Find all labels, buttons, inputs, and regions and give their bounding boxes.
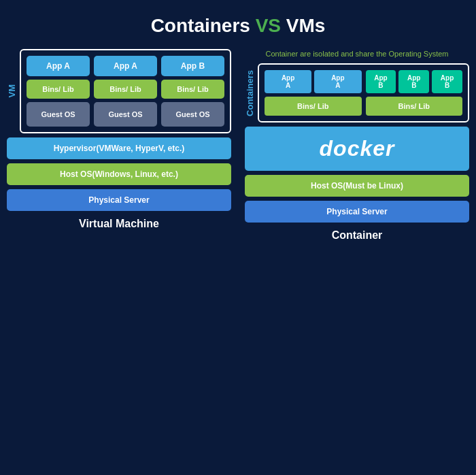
container-group-1: AppA AppA Bins/ Lib xyxy=(265,70,362,116)
vm-column-2: App A Bins/ Lib Guest OS xyxy=(94,56,157,127)
page-title: Containers VS VMs xyxy=(151,15,326,37)
vm-column-1: App A Bins/ Lib Guest OS xyxy=(27,56,90,127)
app-a-2: App A xyxy=(94,56,157,76)
container-bracket-area: Containers AppA AppA Bins/ Lib AppB AppB… xyxy=(245,63,469,122)
container-label: Containers xyxy=(245,70,255,116)
vm-bracket-area: VM App A Bins/ Lib Guest OS App A Bins/ … xyxy=(7,49,231,133)
physical-bar-vm: Physical Server xyxy=(7,189,231,211)
container-app-a-2: AppA xyxy=(314,70,361,93)
container-app-b-3: AppB xyxy=(432,70,462,93)
docker-bar: docker xyxy=(245,127,469,171)
guestos-1: Guest OS xyxy=(27,102,90,127)
container-group-2: AppB AppB AppB Bins/ Lib xyxy=(366,70,463,116)
bins-2: Bins/ Lib xyxy=(94,80,157,99)
container-app-b-1: AppB xyxy=(366,70,396,93)
apps-row-2: AppB AppB AppB xyxy=(366,70,463,93)
bins-1: Bins/ Lib xyxy=(27,80,90,99)
vm-label: VM xyxy=(7,84,17,98)
container-footer-label: Container xyxy=(332,229,383,242)
container-app-b-2: AppB xyxy=(398,70,429,93)
guestos-2: Guest OS xyxy=(94,102,157,127)
vm-column-3: App B Bins/ Lib Guest OS xyxy=(161,56,224,127)
container-app-a-1: AppA xyxy=(265,70,311,93)
guestos-3: Guest OS xyxy=(161,102,224,127)
app-a-1: App A xyxy=(27,56,90,76)
vm-bracket-box: App A Bins/ Lib Guest OS App A Bins/ Lib… xyxy=(20,49,231,133)
container-bracket-box: AppA AppA Bins/ Lib AppB AppB AppB Bins/… xyxy=(258,63,469,122)
app-b-1: App B xyxy=(161,56,224,76)
container-bins-2: Bins/ Lib xyxy=(366,97,463,116)
container-bins-1: Bins/ Lib xyxy=(265,97,362,116)
container-note: Container are isolated and share the Ope… xyxy=(265,49,448,59)
container-side: Container are isolated and share the Ope… xyxy=(245,49,469,242)
hostos-bar-container: Host OS(Must be Linux) xyxy=(245,175,469,197)
hostos-bar-vm: Host OS(Windows, Linux, etc.) xyxy=(7,163,231,185)
bins-3: Bins/ Lib xyxy=(161,80,224,99)
apps-row-1: AppA AppA xyxy=(265,70,362,93)
main-content: VM App A Bins/ Lib Guest OS App A Bins/ … xyxy=(7,49,469,242)
physical-bar-container: Physical Server xyxy=(245,201,469,223)
vm-footer-label: Virtual Machine xyxy=(79,218,159,230)
vm-side: VM App A Bins/ Lib Guest OS App A Bins/ … xyxy=(7,49,231,242)
hypervisor-bar: Hypervisor(VMWare, HyperV, etc.) xyxy=(7,137,231,159)
